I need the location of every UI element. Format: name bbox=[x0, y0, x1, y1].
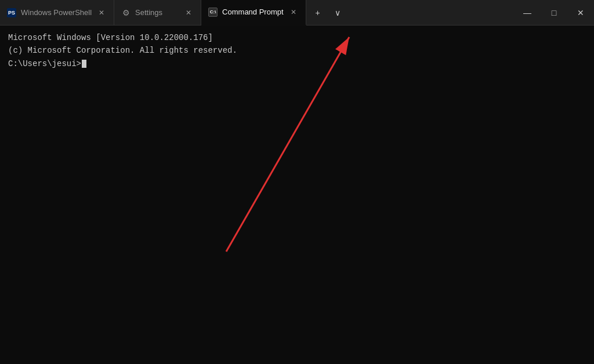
tab-cmd-close[interactable]: ✕ bbox=[288, 7, 299, 17]
title-bar: PS Windows PowerShell ✕ ⚙ Settings ✕ C:\… bbox=[0, 0, 594, 26]
tab-powershell-label: Windows PowerShell bbox=[21, 8, 92, 17]
terminal-line-2: (c) Microsoft Corporation. All rights re… bbox=[8, 44, 586, 57]
terminal-line-1: Microsoft Windows [Version 10.0.22000.17… bbox=[8, 31, 586, 44]
terminal-cursor bbox=[82, 60, 86, 68]
powershell-icon: PS bbox=[7, 8, 16, 17]
add-tab-button[interactable]: + bbox=[309, 3, 327, 22]
cmd-icon: C:\ bbox=[208, 8, 218, 17]
maximize-button[interactable]: □ bbox=[541, 0, 567, 26]
title-bar-actions: + ∨ bbox=[309, 3, 347, 22]
terminal-prompt: C:\Users\jesui> bbox=[8, 57, 81, 70]
tab-cmd-label: Command Prompt bbox=[222, 8, 283, 16]
close-button[interactable]: ✕ bbox=[567, 0, 594, 26]
terminal-prompt-line: C:\Users\jesui> bbox=[8, 57, 586, 70]
settings-icon: ⚙ bbox=[121, 8, 131, 17]
tab-powershell[interactable]: PS Windows PowerShell ✕ bbox=[0, 0, 114, 26]
tab-settings-label: Settings bbox=[135, 8, 162, 17]
tab-powershell-close[interactable]: ✕ bbox=[96, 8, 107, 18]
tab-settings-close[interactable]: ✕ bbox=[183, 8, 194, 18]
tab-settings[interactable]: ⚙ Settings ✕ bbox=[114, 0, 201, 26]
annotation-arrow bbox=[0, 26, 594, 364]
tab-cmd[interactable]: C:\ Command Prompt ✕ bbox=[201, 0, 306, 26]
dropdown-button[interactable]: ∨ bbox=[328, 3, 347, 22]
window-controls: — □ ✕ bbox=[514, 0, 594, 26]
minimize-button[interactable]: — bbox=[514, 0, 541, 26]
terminal-content[interactable]: Microsoft Windows [Version 10.0.22000.17… bbox=[0, 26, 594, 364]
